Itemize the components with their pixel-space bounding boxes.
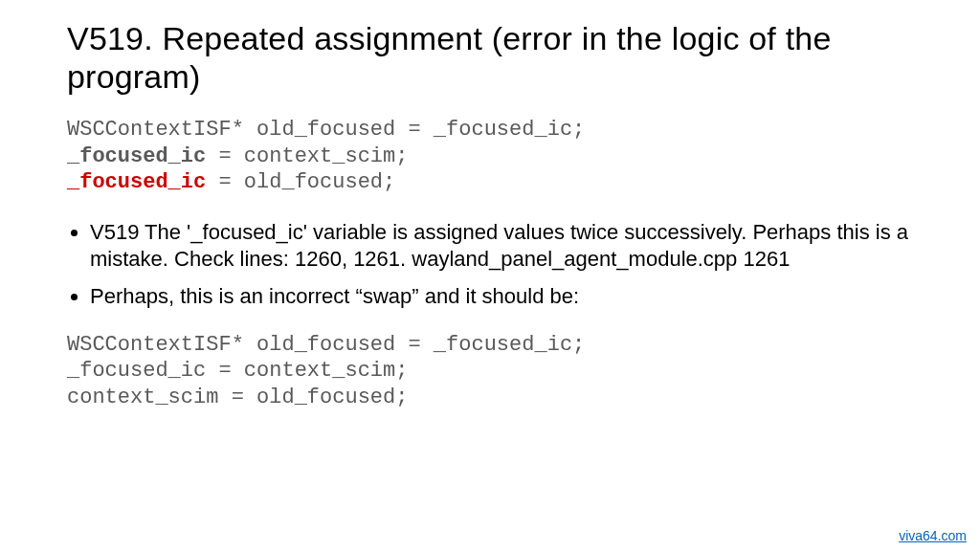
- code-line: context_scim = old_focused;: [67, 386, 408, 409]
- code-highlight-var-2: _focused_ic: [67, 170, 206, 194]
- code-block-original: WSCContextISF* old_focused = _focused_ic…: [67, 117, 913, 196]
- code-line: WSCContextISF* old_focused = _focused_ic…: [67, 118, 585, 142]
- list-item: Perhaps, this is an incorrect “swap” and…: [90, 283, 913, 311]
- bullet-text: Perhaps, this is an incorrect “swap” and…: [90, 284, 579, 308]
- slide: V519. Repeated assignment (error in the …: [0, 0, 980, 551]
- code-line-rest: = context_scim;: [206, 144, 408, 168]
- bullet-text: V519 The '_focused_ic' variable is assig…: [90, 220, 908, 272]
- page-title: V519. Repeated assignment (error in the …: [67, 19, 913, 96]
- bullet-list: V519 The '_focused_ic' variable is assig…: [67, 219, 913, 311]
- code-line-rest: = old_focused;: [206, 170, 395, 194]
- code-block-fixed: WSCContextISF* old_focused = _focused_ic…: [67, 332, 913, 411]
- code-line: _focused_ic = context_scim;: [67, 359, 408, 383]
- code-line: WSCContextISF* old_focused = _focused_ic…: [67, 333, 585, 357]
- footer-link[interactable]: viva64.com: [899, 528, 967, 543]
- list-item: V519 The '_focused_ic' variable is assig…: [90, 219, 913, 274]
- code-highlight-var-1: _focused_ic: [67, 144, 206, 168]
